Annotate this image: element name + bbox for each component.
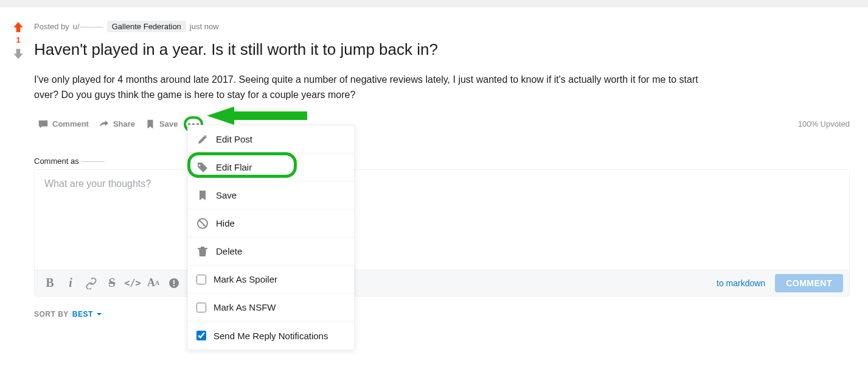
tag-icon	[196, 161, 209, 174]
commenting-user[interactable]: ———	[81, 157, 105, 166]
post-title: Haven't played in a year. Is it still wo…	[34, 40, 850, 60]
post-meta: Posted by u/——— Gallente Federation just…	[34, 21, 850, 32]
link-button[interactable]	[82, 274, 100, 292]
pencil-icon	[196, 133, 209, 146]
share-icon	[99, 119, 109, 130]
menu-mark-spoiler[interactable]: Mark As Spoiler	[188, 266, 354, 294]
svg-rect-1	[173, 280, 175, 284]
comment-icon	[38, 119, 49, 130]
bookmark-icon	[196, 189, 209, 202]
post-body: I've only played for 4 months around lat…	[34, 72, 703, 103]
nsfw-checkbox[interactable]	[196, 303, 206, 312]
menu-reply-notifications[interactable]: Send Me Reply Notifications	[188, 322, 354, 350]
sort-dropdown[interactable]: BEST	[72, 310, 103, 318]
comment-button[interactable]: Comment	[34, 116, 92, 132]
strikethrough-button[interactable]: S	[103, 274, 121, 292]
user-flair[interactable]: Gallente Federation	[107, 21, 186, 32]
svg-line-5	[199, 220, 206, 227]
upvote-percent: 100% Upvoted	[798, 119, 850, 128]
comment-textarea[interactable]	[35, 170, 849, 267]
link-icon	[85, 277, 97, 289]
menu-hide[interactable]: Hide	[188, 209, 354, 238]
comment-editor: B i S </> AA to markdown COMMENT	[34, 169, 850, 297]
markdown-toggle[interactable]: to markdown	[717, 278, 765, 288]
menu-delete[interactable]: Delete	[188, 238, 354, 266]
save-button[interactable]: Save	[141, 116, 181, 132]
superscript-button[interactable]: AA	[144, 274, 162, 292]
posted-by-label: Posted by	[34, 22, 69, 31]
menu-mark-nsfw[interactable]: Mark As NSFW	[188, 294, 354, 322]
menu-save[interactable]: Save	[188, 181, 354, 209]
bookmark-icon	[145, 119, 156, 130]
post-time: just now	[190, 22, 219, 31]
comment-submit-button[interactable]: COMMENT	[775, 274, 843, 292]
svg-rect-2	[173, 285, 175, 286]
spoiler-checkbox[interactable]	[196, 275, 206, 284]
share-button[interactable]: Share	[95, 116, 139, 132]
exclaim-icon	[168, 277, 180, 289]
italic-button[interactable]: i	[61, 274, 80, 292]
caret-down-icon	[95, 311, 103, 318]
notifications-checkbox[interactable]	[196, 331, 206, 340]
vote-count: 1	[16, 35, 20, 44]
comment-as-label: Comment as ———	[34, 157, 850, 166]
code-button[interactable]: </>	[123, 274, 142, 292]
downvote-icon[interactable]	[12, 47, 25, 60]
menu-edit-post[interactable]: Edit Post	[188, 125, 354, 153]
spoiler-fmt-button[interactable]	[165, 274, 183, 292]
bold-button[interactable]: B	[41, 274, 59, 292]
trash-icon	[196, 245, 209, 258]
author-link[interactable]: u/———	[73, 22, 103, 31]
more-options-menu: Edit Post Edit Flair Save Hide Delete Ma…	[187, 125, 355, 350]
sort-label: SORT BY	[34, 310, 69, 318]
hide-icon	[196, 217, 209, 230]
upvote-icon[interactable]	[12, 21, 25, 34]
menu-edit-flair[interactable]: Edit Flair	[188, 153, 354, 181]
